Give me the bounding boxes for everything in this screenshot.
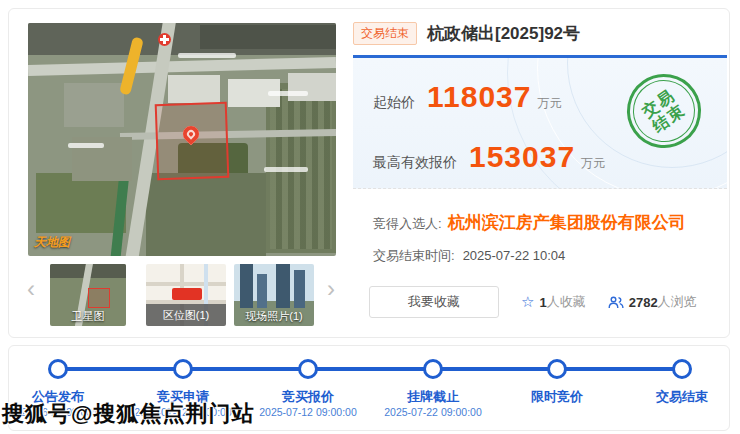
- views-suffix: 人浏览: [658, 293, 697, 311]
- map-road: [28, 57, 336, 76]
- winner-row: 竞得入选人: 杭州滨江房产集团股份有限公司: [373, 211, 686, 234]
- start-price-unit: 万元: [537, 95, 561, 112]
- tianditu-logo: 天地图: [34, 234, 70, 251]
- thumbnail-location-map[interactable]: 区位图(1): [146, 264, 226, 326]
- views-count: 2782: [629, 295, 658, 310]
- people-icon: [608, 296, 624, 309]
- timeline-dot: [173, 359, 193, 379]
- timeline-dot: [672, 359, 692, 379]
- winner-name: 杭州滨江房产集团股份有限公司: [448, 211, 686, 234]
- thumbnail-caption: 区位图(1): [146, 304, 226, 326]
- panel-header: 交易结束 杭政储出[2025]92号: [353, 22, 727, 45]
- status-badge: 交易结束: [353, 22, 417, 45]
- timeline-line: [58, 367, 682, 371]
- thumbnail-caption: 卫星图: [50, 309, 126, 324]
- timeline-dot: [423, 359, 443, 379]
- end-time-label: 交易结束时间:: [373, 247, 455, 265]
- timeline-dot: [48, 359, 68, 379]
- action-row: 我要收藏 ☆ 1 人收藏 2782 人浏览: [369, 286, 740, 318]
- highest-bid-label: 最高有效报价: [373, 154, 457, 172]
- thumbnail-caption: 现场照片(1): [234, 309, 314, 324]
- thumbnail-satellite[interactable]: 卫星图: [50, 264, 126, 326]
- timeline-dot: [547, 359, 567, 379]
- listing-info-panel: 交易结束 杭政储出[2025]92号 起始价 118037 万元 最高有效报价 …: [353, 9, 727, 339]
- highest-bid-row: 最高有效报价 153037 万元: [373, 142, 605, 172]
- satellite-map[interactable]: 天地图: [28, 23, 336, 256]
- favorites-suffix: 人收藏: [547, 293, 586, 311]
- timeline-dot: [298, 359, 318, 379]
- page-title: 杭政储出[2025]92号: [427, 22, 580, 45]
- views-stat: 2782 人浏览: [608, 293, 697, 311]
- start-price-value: 118037: [427, 82, 531, 112]
- start-price-row: 起始价 118037 万元: [373, 82, 561, 112]
- thumbnail-site-photo[interactable]: 现场照片(1): [234, 264, 314, 326]
- sohu-watermark: 搜狐号@搜狐焦点荆门站: [2, 399, 254, 429]
- end-time-value: 2025-07-22 10:04: [463, 248, 566, 263]
- end-time-row: 交易结束时间: 2025-07-22 10:04: [373, 247, 565, 265]
- star-icon: ☆: [521, 293, 534, 311]
- highest-bid-unit: 万元: [581, 155, 605, 172]
- start-price-label: 起始价: [373, 94, 415, 112]
- favorites-stat: ☆ 1 人收藏: [521, 293, 586, 311]
- winner-label: 竞得入选人:: [373, 215, 442, 233]
- favorites-count: 1: [539, 295, 546, 310]
- carousel-next-icon[interactable]: ›: [327, 279, 335, 299]
- highest-bid-value: 153037: [469, 142, 575, 172]
- price-card: 起始价 118037 万元 最高有效报价 153037 万元 交易 结束: [353, 55, 727, 189]
- carousel-prev-icon[interactable]: ‹: [27, 279, 35, 299]
- favorite-button[interactable]: 我要收藏: [369, 286, 499, 318]
- hospital-icon: [158, 33, 171, 46]
- listing-card: 天地图 ‹ › 卫星图 区位图(1) 现场照片(1) 交易结束 杭政储出[202…: [8, 8, 730, 338]
